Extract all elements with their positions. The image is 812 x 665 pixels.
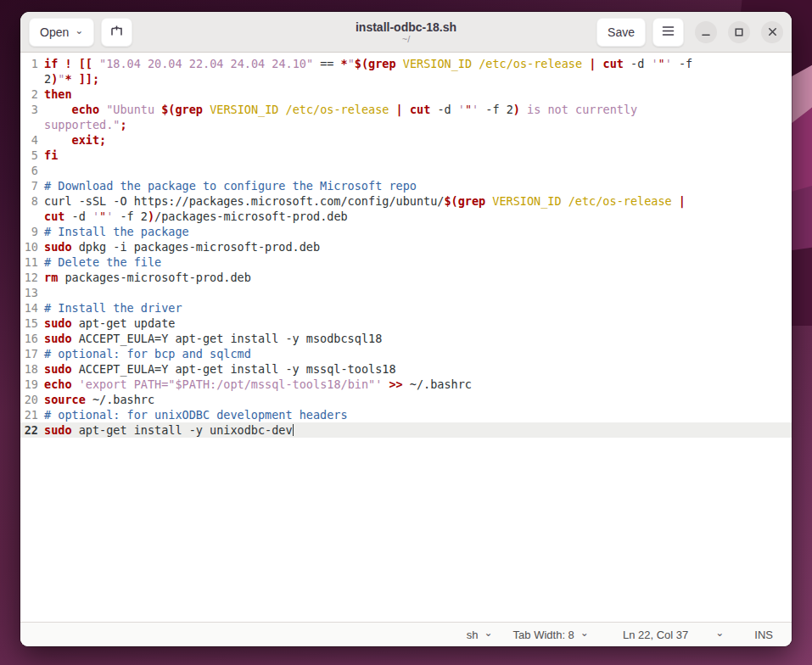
code-row: 1if ! [[ "18.04 20.04 22.04 24.04 24.10"… xyxy=(20,56,792,71)
save-button-label: Save xyxy=(608,25,635,39)
line-number[interactable]: 21 xyxy=(20,407,38,422)
code-row: 10sudo dpkg -i packages-microsoft-prod.d… xyxy=(20,239,792,254)
code-row: 3 echo "Ubuntu $(grep VERSION_ID /etc/os… xyxy=(20,102,792,117)
code-line-text: # Delete the file xyxy=(44,254,161,270)
line-number[interactable]: 17 xyxy=(20,346,38,361)
code-line-text: source ~/.bashrc xyxy=(44,392,154,407)
code-area[interactable]: 1if ! [[ "18.04 20.04 22.04 24.04 24.10"… xyxy=(20,53,792,622)
code-line-text: # Install the package xyxy=(44,224,189,239)
code-line-text: sudo ACCEPT_EULA=Y apt-get install -y ms… xyxy=(44,361,396,377)
code-line-text: # optional: for unixODBC development hea… xyxy=(44,407,348,422)
line-number[interactable]: 10 xyxy=(20,239,38,254)
code-row: 12rm packages-microsoft-prod.deb xyxy=(20,270,792,285)
code-line-text: exit; xyxy=(44,132,106,148)
line-number[interactable]: 16 xyxy=(20,331,38,346)
insert-mode-indicator[interactable]: INS xyxy=(754,629,773,641)
code-line-text: # Install the driver xyxy=(44,300,182,316)
goto-line-button[interactable]: ⌄ xyxy=(715,630,724,639)
code-line-text: echo "Ubuntu $(grep VERSION_ID /etc/os-r… xyxy=(44,102,637,117)
line-number[interactable] xyxy=(20,117,38,132)
code-line-text: cut -d '"' -f 2)/packages-microsoft-prod… xyxy=(44,209,348,224)
maximize-icon xyxy=(735,28,743,36)
line-number[interactable] xyxy=(20,71,38,87)
line-number[interactable] xyxy=(20,209,38,224)
code-row: 13 xyxy=(20,285,792,300)
line-number[interactable]: 8 xyxy=(20,193,38,209)
window-title-block: install-odbc-18.sh ~/ xyxy=(237,20,576,44)
code-row: 14# Install the driver xyxy=(20,300,792,316)
chevron-down-icon: ⌄ xyxy=(484,629,493,637)
code-row: 5fi xyxy=(20,148,792,163)
code-row: 2then xyxy=(20,87,792,102)
headerbar: Open ⌄ install-odbc-18.sh ~/ Save xyxy=(20,12,792,53)
chevron-down-icon: ⌄ xyxy=(715,629,724,637)
open-button[interactable]: Open ⌄ xyxy=(29,18,94,47)
code-row: 22sudo apt-get install -y unixodbc-dev xyxy=(20,422,792,438)
language-label: sh xyxy=(467,629,479,641)
line-number[interactable]: 2 xyxy=(20,87,38,102)
save-button[interactable]: Save xyxy=(596,18,646,47)
line-number[interactable]: 22 xyxy=(20,422,38,438)
text-editor-window: Open ⌄ install-odbc-18.sh ~/ Save xyxy=(20,12,792,646)
code-line-text: # optional: for bcp and sqlcmd xyxy=(44,346,251,361)
code-row: 11# Delete the file xyxy=(20,254,792,270)
code-line-text: supported."; xyxy=(44,117,127,132)
text-caret xyxy=(293,424,294,436)
code-line-text: echo 'export PATH="$PATH:/opt/mssql-tool… xyxy=(44,377,472,392)
line-number[interactable]: 11 xyxy=(20,254,38,270)
code-line-text: if ! [[ "18.04 20.04 22.04 24.04 24.10" … xyxy=(44,56,692,71)
code-line-text: curl -sSL -O https://packages.microsoft.… xyxy=(44,193,686,209)
line-number[interactable]: 5 xyxy=(20,148,38,163)
line-number[interactable]: 3 xyxy=(20,102,38,117)
insert-mode-label: INS xyxy=(754,629,773,641)
line-number[interactable]: 6 xyxy=(20,163,38,178)
close-button[interactable] xyxy=(761,21,783,43)
line-number[interactable]: 12 xyxy=(20,270,38,285)
cursor-position-label: Ln 22, Col 37 xyxy=(623,629,688,641)
code-row: 21# optional: for unixODBC development h… xyxy=(20,407,792,422)
chevron-down-icon: ⌄ xyxy=(75,26,83,35)
minimize-button[interactable] xyxy=(695,21,717,43)
code-row: 20source ~/.bashrc xyxy=(20,392,792,407)
cursor-position-button[interactable]: Ln 22, Col 37 xyxy=(623,629,688,641)
line-number[interactable]: 18 xyxy=(20,361,38,377)
code-line-text: sudo dpkg -i packages-microsoft-prod.deb xyxy=(44,239,320,254)
new-tab-icon xyxy=(109,24,124,41)
statusbar: sh ⌄ Tab Width: 8 ⌄ Ln 22, Col 37 ⌄ INS xyxy=(20,622,792,646)
document-title: install-odbc-18.sh xyxy=(237,20,576,34)
maximize-button[interactable] xyxy=(728,21,750,43)
line-number[interactable]: 15 xyxy=(20,316,38,331)
code-row: 2)"* ]]; xyxy=(20,71,792,87)
code-line-text: # Download the package to configure the … xyxy=(44,178,417,193)
document-path: ~/ xyxy=(237,34,576,44)
open-button-label: Open xyxy=(40,25,69,39)
code-line-text: 2)"* ]]; xyxy=(44,71,99,87)
code-line-text: sudo ACCEPT_EULA=Y apt-get install -y ms… xyxy=(44,331,382,346)
code-row: 9# Install the package xyxy=(20,224,792,239)
code-row: 4 exit; xyxy=(20,132,792,148)
line-number[interactable]: 7 xyxy=(20,178,38,193)
line-number[interactable]: 4 xyxy=(20,132,38,148)
code-row: 19echo 'export PATH="$PATH:/opt/mssql-to… xyxy=(20,377,792,392)
menu-button[interactable] xyxy=(652,18,684,47)
language-selector[interactable]: sh ⌄ xyxy=(467,629,493,641)
code-row: supported."; xyxy=(20,117,792,132)
tab-width-selector[interactable]: Tab Width: 8 ⌄ xyxy=(513,629,589,641)
line-number[interactable]: 1 xyxy=(20,56,38,71)
headerbar-right: Save xyxy=(596,18,783,47)
code-line-text: then xyxy=(44,87,72,102)
code-row: 17# optional: for bcp and sqlcmd xyxy=(20,346,792,361)
line-number[interactable]: 13 xyxy=(20,285,38,300)
new-tab-button[interactable] xyxy=(101,18,132,47)
code-row: 15sudo apt-get update xyxy=(20,316,792,331)
line-number[interactable]: 20 xyxy=(20,392,38,407)
line-number[interactable]: 14 xyxy=(20,300,38,316)
code-row: 6 xyxy=(20,163,792,178)
close-icon xyxy=(768,27,777,36)
line-number[interactable]: 19 xyxy=(20,377,38,392)
line-number[interactable]: 9 xyxy=(20,224,38,239)
code-line-text: sudo apt-get update xyxy=(44,316,175,331)
chevron-down-icon: ⌄ xyxy=(580,629,589,637)
code-line-text: fi xyxy=(44,148,58,163)
code-row: cut -d '"' -f 2)/packages-microsoft-prod… xyxy=(20,209,792,224)
